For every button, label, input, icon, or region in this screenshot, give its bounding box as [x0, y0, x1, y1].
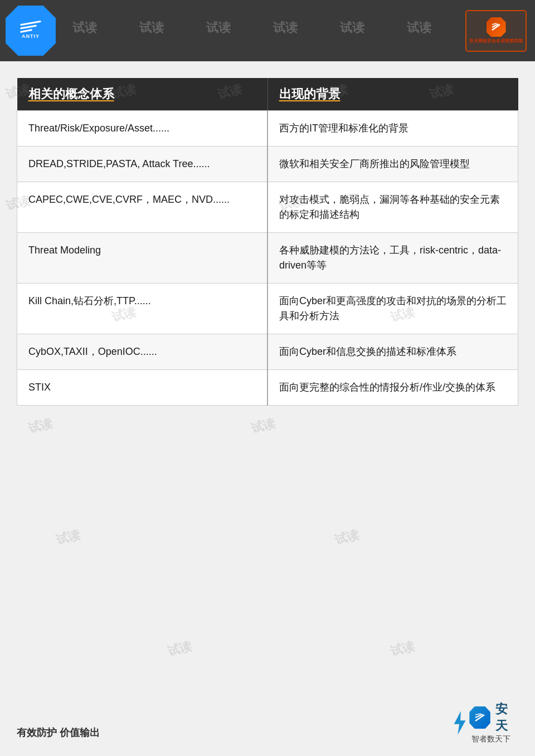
footer-logo: 安天 智者数天下	[451, 706, 518, 739]
col1-header: 相关的概念体系	[17, 78, 268, 111]
footer-right: 安天 智者数天下	[451, 706, 518, 739]
header-watermarks: 试读 试读 试读 试读 试读 试读	[0, 0, 535, 61]
table-cell-col2-4: 面向Cyber和更高强度的攻击和对抗的场景的分析工具和分析方法	[268, 284, 518, 334]
header-logo: ANTIY	[6, 6, 56, 56]
main-content: 相关的概念体系 出现的背景 Threat/Risk/Exposure/Asset…	[17, 78, 518, 406]
table-cell-col1-1: DREAD,STRIDE,PASTA, Attack Tree......	[17, 147, 268, 182]
wm-2: 试读	[139, 19, 164, 36]
wm-1: 试读	[72, 19, 97, 36]
svg-line-6	[475, 714, 481, 715]
pwm-11: 试读	[249, 415, 277, 437]
header-right-badge: 安天网络安全冬训营第四期	[463, 8, 529, 53]
wm-3: 试读	[206, 19, 231, 36]
footer: 有效防护 价值输出 安天 智者数天下	[17, 706, 518, 739]
table-row: DREAD,STRIDE,PASTA, Attack Tree......微软和…	[17, 147, 518, 182]
footer-left-text: 有效防护 价值输出	[17, 726, 100, 739]
footer-logo-subtext: 智者数天下	[471, 734, 518, 744]
table-cell-col2-5: 面向Cyber和信息交换的描述和标准体系	[268, 334, 518, 370]
table-cell-col2-6: 面向更完整的综合性的情报分析/作业/交换的体系	[268, 370, 518, 406]
table-row: Threat Modeling各种威胁建模的方法论，工具，risk-centri…	[17, 233, 518, 284]
footer-logo-hexagon	[469, 706, 490, 729]
table-row: STIX面向更完整的综合性的情报分析/作业/交换的体系	[17, 370, 518, 406]
table-cell-col2-2: 对攻击模式，脆弱点，漏洞等各种基础的安全元素的标定和描述结构	[268, 182, 518, 233]
footer-lightning-icon	[451, 710, 467, 735]
svg-marker-3	[454, 711, 466, 734]
table-cell-col1-4: Kill Chain,钻石分析,TTP......	[17, 284, 268, 334]
table-cell-col2-3: 各种威胁建模的方法论，工具，risk-centric，data-driven等等	[268, 233, 518, 284]
wm-4: 试读	[273, 19, 298, 36]
stamp-logo	[487, 17, 506, 37]
logo-line-1	[20, 21, 41, 26]
table-cell-col2-1: 微软和相关安全厂商所推出的风险管理模型	[268, 147, 518, 182]
logo-text: ANTIY	[22, 33, 40, 39]
table-row: Threat/Risk/Exposure/Asset......西方的IT管理和…	[17, 111, 518, 147]
table-cell-col1-6: STIX	[17, 370, 268, 406]
footer-logo-svg	[474, 711, 486, 724]
stamp-badge: 安天网络安全冬训营第四期	[465, 10, 527, 52]
table-cell-col1-5: CybOX,TAXII，OpenIOC......	[17, 334, 268, 370]
stamp-logo-svg	[490, 22, 502, 33]
table-row: Kill Chain,钻石分析,TTP......面向Cyber和更高强度的攻击…	[17, 284, 518, 334]
pwm-14: 试读	[166, 638, 193, 660]
table-cell-col2-0: 西方的IT管理和标准化的背景	[268, 111, 518, 147]
logo-line-2	[20, 25, 37, 29]
pwm-12: 试读	[54, 526, 82, 549]
pwm-10: 试读	[26, 415, 54, 437]
wm-6: 试读	[407, 19, 431, 36]
table-header-row: 相关的概念体系 出现的背景	[17, 78, 518, 111]
table-row: CAPEC,CWE,CVE,CVRF，MAEC，NVD......对攻击模式，脆…	[17, 182, 518, 233]
stamp-text: 安天网络安全冬训营第四期	[469, 38, 523, 44]
col2-header: 出现的背景	[268, 78, 518, 111]
table-body: Threat/Risk/Exposure/Asset......西方的IT管理和…	[17, 111, 518, 406]
table-cell-col1-3: Threat Modeling	[17, 233, 268, 284]
pwm-15: 试读	[388, 638, 416, 660]
table-row: CybOX,TAXII，OpenIOC......面向Cyber和信息交换的描述…	[17, 334, 518, 370]
data-table: 相关的概念体系 出现的背景 Threat/Risk/Exposure/Asset…	[17, 78, 518, 406]
pwm-13: 试读	[333, 526, 361, 549]
logo-lines	[20, 22, 41, 32]
header: ANTIY 试读 试读 试读 试读 试读 试读 安天网络安全冬训营第四期	[0, 0, 535, 61]
logo-line-3	[20, 29, 32, 33]
table-cell-col1-0: Threat/Risk/Exposure/Asset......	[17, 111, 268, 147]
table-cell-col1-2: CAPEC,CWE,CVE,CVRF，MAEC，NVD......	[17, 182, 268, 233]
svg-line-2	[492, 23, 497, 25]
footer-logo-text: 安天	[495, 701, 518, 734]
wm-5: 试读	[340, 19, 364, 36]
